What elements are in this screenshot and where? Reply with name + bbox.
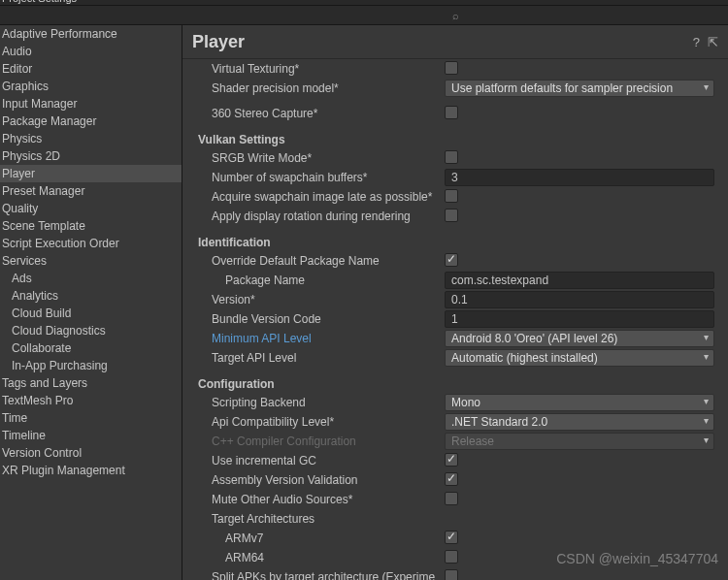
select-target-api[interactable]: Automatic (highest installed) bbox=[445, 349, 714, 367]
sidebar-item-textmesh-pro[interactable]: TextMesh Pro bbox=[0, 392, 182, 409]
select-cpp-compiler: Release bbox=[445, 433, 714, 450]
sidebar-item-timeline[interactable]: Timeline bbox=[0, 427, 182, 444]
sidebar-item-tags-and-layers[interactable]: Tags and Layers bbox=[0, 374, 182, 392]
row-split-apks: Split APKs by target architecture (Exper… bbox=[182, 567, 714, 580]
select-shader-precision[interactable]: Use platform defaults for sampler precis… bbox=[445, 80, 714, 97]
sidebar-item-adaptive-performance[interactable]: Adaptive Performance bbox=[0, 25, 182, 43]
sidebar-item-preset-manager[interactable]: Preset Manager bbox=[0, 182, 182, 200]
row-virtual-texturing: Virtual Texturing* bbox=[182, 59, 714, 79]
label: Target Architectures bbox=[198, 512, 445, 526]
sidebar-item-in-app-purchasing[interactable]: In-App Purchasing bbox=[0, 357, 182, 374]
checkbox-360-stereo[interactable] bbox=[445, 106, 458, 119]
label: ARM64 bbox=[198, 551, 445, 564]
select-api-compat[interactable]: .NET Standard 2.0 bbox=[445, 413, 714, 431]
sidebar-item-physics-2d[interactable]: Physics 2D bbox=[0, 147, 182, 165]
sidebar-item-collaborate[interactable]: Collaborate bbox=[0, 339, 182, 357]
settings-sidebar: Adaptive PerformanceAudioEditorGraphicsI… bbox=[0, 25, 182, 580]
row-target-api: Target API Level Automatic (highest inst… bbox=[182, 348, 714, 368]
input-version[interactable] bbox=[445, 291, 714, 308]
label: Api Compatibility Level* bbox=[198, 415, 445, 429]
label: Split APKs by target architecture (Exper… bbox=[198, 570, 445, 580]
content-panel: Player ? ⇱ Virtual Texturing* Shader pre… bbox=[182, 25, 728, 580]
row-min-api: Minimum API Level Android 8.0 'Oreo' (AP… bbox=[182, 329, 714, 348]
row-override-pkg: Override Default Package Name bbox=[182, 251, 714, 271]
sidebar-item-scene-template[interactable]: Scene Template bbox=[0, 217, 182, 235]
sidebar-item-quality[interactable]: Quality bbox=[0, 200, 182, 217]
row-bundle-version: Bundle Version Code bbox=[182, 309, 714, 329]
row-shader-precision: Shader precision model* Use platform def… bbox=[182, 79, 714, 98]
checkbox-split-apks[interactable] bbox=[445, 569, 458, 581]
label: Scripting Backend bbox=[198, 396, 445, 409]
sidebar-item-version-control[interactable]: Version Control bbox=[0, 444, 182, 462]
checkbox-assembly-validation[interactable] bbox=[445, 472, 458, 486]
input-pkg-name[interactable] bbox=[445, 272, 714, 289]
sidebar-item-graphics[interactable]: Graphics bbox=[0, 78, 182, 95]
input-bundle-version[interactable] bbox=[445, 310, 714, 328]
sidebar-item-package-manager[interactable]: Package Manager bbox=[0, 113, 182, 130]
label: Shader precision model* bbox=[198, 81, 445, 95]
label: SRGB Write Mode* bbox=[198, 151, 445, 165]
label: Number of swapchain buffers* bbox=[198, 171, 445, 184]
row-mute-audio: Mute Other Audio Sources* bbox=[182, 490, 714, 509]
label: Version* bbox=[198, 293, 445, 306]
settings-scroll: Virtual Texturing* Shader precision mode… bbox=[182, 59, 728, 580]
row-target-arch: Target Architectures bbox=[182, 509, 714, 529]
checkbox-display-rotation[interactable] bbox=[445, 209, 458, 222]
label: C++ Compiler Configuration bbox=[198, 435, 445, 448]
select-scripting-backend[interactable]: Mono bbox=[445, 394, 714, 411]
sidebar-item-script-execution-order[interactable]: Script Execution Order bbox=[0, 235, 182, 252]
section-identification: Identification bbox=[182, 232, 714, 251]
row-swapchain-buffers: Number of swapchain buffers* bbox=[182, 168, 714, 187]
sidebar-item-services[interactable]: Services bbox=[0, 252, 182, 270]
checkbox-mute-audio[interactable] bbox=[445, 492, 458, 505]
sidebar-item-physics[interactable]: Physics bbox=[0, 130, 182, 147]
sidebar-item-analytics[interactable]: Analytics bbox=[0, 287, 182, 305]
sidebar-item-ads[interactable]: Ads bbox=[0, 270, 182, 287]
sidebar-item-audio[interactable]: Audio bbox=[0, 43, 182, 60]
content-header: Player ? ⇱ bbox=[182, 25, 728, 59]
label: Bundle Version Code bbox=[198, 312, 445, 326]
label: Target API Level bbox=[198, 351, 445, 365]
row-pkg-name: Package Name bbox=[182, 271, 714, 290]
checkbox-armv7[interactable] bbox=[445, 531, 458, 544]
help-icon[interactable]: ? bbox=[693, 35, 700, 49]
checkbox-srgb-write[interactable] bbox=[445, 150, 458, 164]
window-title: Project Settings bbox=[2, 0, 77, 4]
row-version: Version* bbox=[182, 290, 714, 309]
label: Mute Other Audio Sources* bbox=[198, 493, 445, 506]
sidebar-item-cloud-build[interactable]: Cloud Build bbox=[0, 305, 182, 322]
row-display-rotation: Apply display rotation during rendering bbox=[182, 207, 714, 226]
row-scripting-backend: Scripting Backend Mono bbox=[182, 393, 714, 412]
popout-icon[interactable]: ⇱ bbox=[708, 35, 718, 49]
label: Assembly Version Validation bbox=[198, 473, 445, 487]
sidebar-item-time[interactable]: Time bbox=[0, 409, 182, 427]
row-incremental-gc: Use incremental GC bbox=[182, 451, 714, 470]
page-title: Player bbox=[192, 32, 245, 52]
checkbox-virtual-texturing[interactable] bbox=[445, 61, 458, 75]
sidebar-item-editor[interactable]: Editor bbox=[0, 60, 182, 78]
checkbox-incremental-gc[interactable] bbox=[445, 453, 458, 467]
label: Override Default Package Name bbox=[198, 254, 445, 268]
sidebar-item-xr-plugin-management[interactable]: XR Plugin Management bbox=[0, 462, 182, 479]
select-min-api[interactable]: Android 8.0 'Oreo' (API level 26) bbox=[445, 330, 714, 347]
searchbar: ⌕ bbox=[0, 6, 728, 25]
checkbox-arm64[interactable] bbox=[445, 550, 458, 564]
row-arm64: ARM64 bbox=[182, 548, 714, 567]
sidebar-item-player[interactable]: Player bbox=[0, 165, 182, 182]
row-srgb-write: SRGB Write Mode* bbox=[182, 148, 714, 168]
checkbox-override-pkg[interactable] bbox=[445, 253, 458, 267]
label: Apply display rotation during rendering bbox=[198, 209, 445, 223]
label: 360 Stereo Capture* bbox=[198, 107, 445, 120]
search-icon[interactable]: ⌕ bbox=[452, 10, 459, 21]
label-min-api: Minimum API Level bbox=[198, 332, 445, 345]
sidebar-item-input-manager[interactable]: Input Manager bbox=[0, 95, 182, 113]
label: Use incremental GC bbox=[198, 454, 445, 467]
row-acquire-swapchain: Acquire swapchain image late as possible… bbox=[182, 187, 714, 207]
row-api-compat: Api Compatibility Level* .NET Standard 2… bbox=[182, 412, 714, 432]
input-swapchain-buffers[interactable] bbox=[445, 169, 714, 186]
label: ARMv7 bbox=[198, 532, 445, 545]
checkbox-acquire-swapchain[interactable] bbox=[445, 189, 458, 203]
section-vulkan: Vulkan Settings bbox=[182, 129, 714, 148]
label: Acquire swapchain image late as possible… bbox=[198, 190, 445, 204]
sidebar-item-cloud-diagnostics[interactable]: Cloud Diagnostics bbox=[0, 322, 182, 339]
